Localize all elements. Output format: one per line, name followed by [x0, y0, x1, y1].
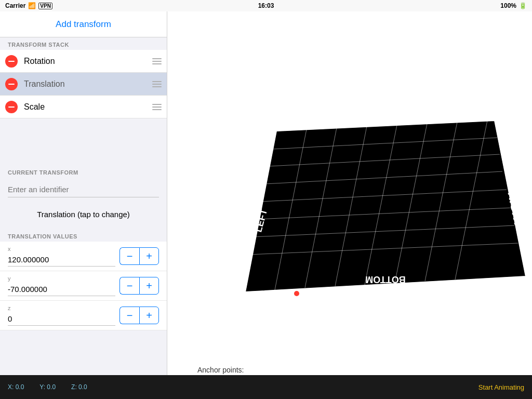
svg-text:BOTTOM: BOTTOM [365, 274, 406, 285]
remove-scale-button[interactable] [5, 101, 18, 113]
red-dot-indicator [294, 291, 299, 296]
x-increment-button[interactable]: + [139, 247, 159, 265]
vpn-badge: VPN [38, 3, 52, 9]
z-value-controls: − + [119, 307, 159, 324]
scale-label: Scale [24, 102, 152, 112]
y-axis-label: y [8, 275, 14, 282]
z-decrement-button[interactable]: − [119, 307, 139, 324]
remove-translation-button[interactable] [5, 78, 18, 90]
canvas-content: TOP BOTTOM LEFT RIGHT [167, 11, 532, 399]
y-value-controls: − + [119, 277, 159, 295]
current-transform-section: Translation (tap to change) [0, 178, 167, 229]
status-bar: Carrier 📶 VPN 16:03 100% 🔋 [0, 0, 532, 11]
x-decrement-button[interactable]: − [119, 247, 139, 265]
z-axis-label: z [8, 305, 14, 311]
transform-stack-header: TRANSFORM STACK [0, 37, 167, 50]
svg-text:TOP: TOP [361, 103, 394, 122]
translation-values-header: TRANSLATION VALUES [0, 229, 167, 242]
anchor-z0-label: Z: 0.0 [71, 383, 87, 391]
y-increment-button[interactable]: + [139, 277, 159, 295]
current-transform-header: CURRENT TRANSFORM [0, 165, 167, 178]
battery-icon: 🔋 [519, 2, 527, 9]
status-time: 16:03 [258, 2, 274, 9]
x-axis-label: x [8, 246, 14, 252]
y-decrement-button[interactable]: − [119, 277, 139, 295]
carrier-label: Carrier [5, 2, 25, 9]
remove-rotation-button[interactable] [5, 55, 18, 68]
wifi-icon: 📶 [28, 2, 36, 9]
transform-item-rotation: Rotation [0, 50, 167, 73]
scale-drag-handle[interactable] [152, 104, 162, 110]
translation-label: Translation [24, 79, 152, 89]
status-left: Carrier 📶 VPN [5, 2, 52, 9]
z-value-input[interactable] [8, 312, 115, 326]
z-value-row: z − + [0, 301, 167, 330]
3d-grid-visualization: TOP BOTTOM LEFT RIGHT [167, 11, 532, 399]
transform-item-scale: Scale [0, 96, 167, 118]
anchor-points-label: Anchor points: [197, 366, 244, 374]
identifier-input[interactable] [8, 182, 159, 197]
rotation-label: Rotation [24, 57, 152, 66]
bottom-bar: X: 0.0 Y: 0.0 Z: 0.0 Start Animating [0, 375, 532, 399]
y-value-row: y − + [0, 271, 167, 301]
left-panel: Add transform TRANSFORM STACK Rotation T… [0, 11, 167, 399]
add-transform-label: Add transform [56, 19, 111, 30]
transform-type-button[interactable]: Translation (tap to change) [8, 205, 159, 224]
translation-drag-handle[interactable] [152, 81, 162, 87]
battery-label: 100% [500, 2, 516, 9]
x-value-row: x − + [0, 242, 167, 271]
rotation-drag-handle[interactable] [152, 58, 162, 64]
anchor-x0-label: X: 0.0 [8, 383, 24, 391]
x-value-controls: − + [119, 247, 159, 265]
y-value-input[interactable] [8, 283, 115, 296]
svg-marker-0 [245, 121, 526, 292]
transform-item-translation[interactable]: Translation [0, 73, 167, 96]
z-increment-button[interactable]: + [139, 307, 159, 324]
anchor-y0-label: Y: 0.0 [39, 383, 56, 391]
add-transform-button[interactable]: Add transform [0, 11, 167, 37]
stack-spacer [0, 118, 167, 165]
start-animating-button[interactable]: Start Animating [478, 383, 524, 391]
main-canvas[interactable]: TOP BOTTOM LEFT RIGHT [167, 11, 532, 399]
x-value-input[interactable] [8, 253, 115, 267]
status-right: 100% 🔋 [500, 2, 527, 9]
